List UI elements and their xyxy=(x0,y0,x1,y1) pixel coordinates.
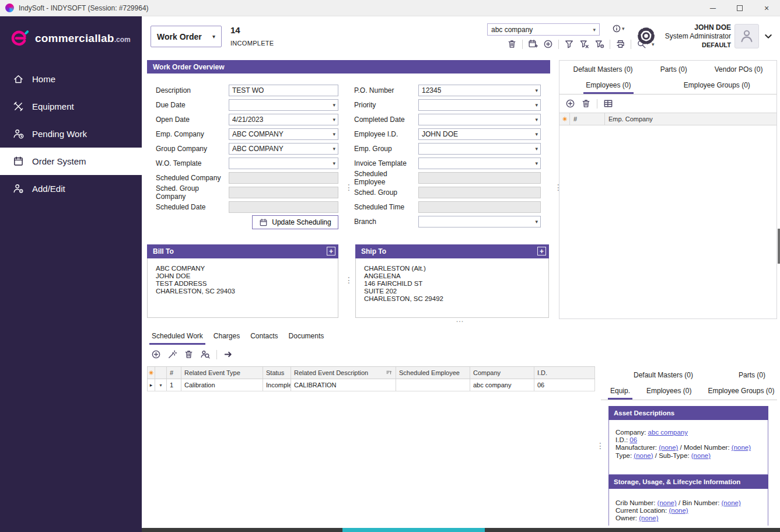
add-button[interactable] xyxy=(543,39,553,49)
table-row[interactable]: ▸ ▾ 1 Calibration Incomplete CALIBRATION… xyxy=(147,379,595,391)
p-o-number-field[interactable]: 12345▾ xyxy=(418,85,541,96)
completed-date-field[interactable]: ▾ xyxy=(418,114,541,125)
tab-scheduled-work[interactable]: Scheduled Work xyxy=(149,332,205,345)
tab-contacts[interactable]: Contacts xyxy=(248,332,280,345)
tab-parts-0[interactable]: Parts (0) xyxy=(736,371,768,384)
module-selector[interactable]: Work Order ▾ xyxy=(151,26,222,47)
none-link[interactable]: (none) xyxy=(722,499,741,506)
none-link[interactable]: (none) xyxy=(639,514,658,522)
group-company-field[interactable]: ABC COMPANY▾ xyxy=(229,143,338,155)
none-link[interactable]: (none) xyxy=(732,444,751,451)
user-menu-button[interactable] xyxy=(762,30,774,42)
none-link[interactable]: (none) xyxy=(691,452,711,459)
close-button[interactable]: × xyxy=(753,0,780,16)
tab-employees-0[interactable]: Employees (0) xyxy=(583,81,633,94)
chevron-down-icon[interactable]: ▾ xyxy=(593,27,596,33)
tab-equip[interactable]: Equip. xyxy=(608,387,632,400)
sidebar-item-add-edit[interactable]: Add/Edit xyxy=(0,175,142,202)
wand-button[interactable] xyxy=(167,349,177,359)
chevron-down-icon[interactable]: ▾ xyxy=(330,114,338,125)
column-header-num[interactable]: # xyxy=(167,367,181,379)
maximize-button[interactable] xyxy=(726,0,753,16)
delete-button[interactable] xyxy=(507,39,517,49)
column-header-status[interactable]: Status xyxy=(263,367,291,379)
tab-default-masters-0[interactable]: Default Masters (0) xyxy=(571,65,635,78)
horizontal-scrollbar[interactable] xyxy=(142,528,780,532)
chevron-down-icon[interactable]: ▾ xyxy=(533,216,540,227)
delete-button[interactable] xyxy=(581,99,591,108)
settings-button[interactable] xyxy=(635,25,657,47)
splitter-handle[interactable]: ⋮ xyxy=(345,184,353,191)
add-ship-to-button[interactable]: + xyxy=(537,247,546,256)
chevron-down-icon[interactable]: ▾ xyxy=(330,100,338,110)
calendar-add-button[interactable] xyxy=(528,39,538,49)
expand-row-button[interactable]: ▾ xyxy=(155,379,167,391)
none-link[interactable]: (none) xyxy=(634,452,653,459)
w-o-template-field[interactable]: ▾ xyxy=(229,158,338,169)
description-field[interactable]: TEST WO xyxy=(229,85,338,96)
open-date-field[interactable]: 4/21/2023▾ xyxy=(229,114,338,125)
tab-employee-groups-0[interactable]: Employee Groups (0) xyxy=(681,81,753,94)
priority-field[interactable]: ▾ xyxy=(418,99,541,111)
invoice-template-field[interactable]: ▾ xyxy=(418,158,541,169)
tab-documents[interactable]: Documents xyxy=(286,332,327,345)
filter-settings-button[interactable] xyxy=(594,39,604,49)
sidebar-item-equipment[interactable]: Equipment xyxy=(0,93,142,120)
tab-employees-0[interactable]: Employees (0) xyxy=(644,387,694,400)
minimize-button[interactable]: ─ xyxy=(699,0,726,16)
sidebar-item-pending-work[interactable]: Pending Work xyxy=(0,120,142,148)
filter-button[interactable] xyxy=(564,39,574,49)
none-link[interactable]: (none) xyxy=(669,507,688,514)
06-link[interactable]: 06 xyxy=(629,436,637,443)
person-search-button[interactable] xyxy=(200,349,210,359)
emp-company-field[interactable]: ABC COMPANY▾ xyxy=(229,128,338,140)
print-button[interactable] xyxy=(615,39,625,49)
splitter-handle[interactable]: ⋮ xyxy=(345,276,353,284)
column-header-related-event-type[interactable]: Related Event Type xyxy=(181,367,263,379)
info-button[interactable]: ▾ xyxy=(612,24,625,33)
add-bill-to-button[interactable]: + xyxy=(327,247,335,256)
chevron-down-icon[interactable]: ▾ xyxy=(533,144,540,154)
sidebar-item-home[interactable]: Home xyxy=(0,65,142,93)
employee-i-d-field[interactable]: JOHN DOE▾ xyxy=(418,128,541,140)
column-header-scheduled-employee[interactable]: Scheduled Employee xyxy=(396,367,470,379)
splitter-handle[interactable]: … xyxy=(456,316,464,323)
add-button[interactable] xyxy=(565,99,575,108)
due-date-field[interactable]: ▾ xyxy=(229,99,338,111)
grid-button[interactable] xyxy=(603,99,613,108)
window-edge-grip[interactable] xyxy=(778,229,780,264)
tab-parts-0[interactable]: Parts (0) xyxy=(658,65,690,78)
chevron-down-icon[interactable]: ▾ xyxy=(533,85,540,96)
chevron-down-icon[interactable]: ▾ xyxy=(533,129,540,139)
update-scheduling-button[interactable]: Update Scheduling xyxy=(252,215,338,229)
chevron-down-icon[interactable]: ▾ xyxy=(533,100,540,110)
avatar[interactable] xyxy=(734,24,759,48)
chevron-down-icon[interactable]: ▾ xyxy=(330,144,338,154)
tab-vendor-pos-0[interactable]: Vendor POs (0) xyxy=(712,65,765,78)
column-header-id[interactable]: I.D. xyxy=(534,367,595,379)
column-header-related-event-description[interactable]: Related Event Description xyxy=(291,367,396,379)
record-search-combo[interactable]: abc company ▾ xyxy=(487,23,600,36)
filter-edit-button[interactable] xyxy=(579,39,589,49)
emp-group-field[interactable]: ▾ xyxy=(418,143,541,155)
tab-default-masters-0[interactable]: Default Masters (0) xyxy=(631,371,695,384)
chevron-down-icon[interactable]: ▾ xyxy=(533,158,540,169)
delete-button[interactable] xyxy=(184,349,194,359)
chevron-down-icon[interactable]: ▾ xyxy=(533,114,540,125)
sidebar-item-order-system[interactable]: Order System xyxy=(0,148,142,175)
none-link[interactable]: (none) xyxy=(657,499,677,506)
none-link[interactable]: (none) xyxy=(659,444,678,451)
tab-charges[interactable]: Charges xyxy=(211,332,242,345)
add-button[interactable] xyxy=(151,349,161,359)
branch-field[interactable]: ▾ xyxy=(418,216,541,228)
splitter-handle[interactable]: ⋮ xyxy=(554,184,562,191)
scrollbar-thumb[interactable] xyxy=(342,528,485,532)
chevron-down-icon[interactable]: ▾ xyxy=(330,158,338,169)
splitter-handle[interactable]: ⋮ xyxy=(596,442,604,449)
chevron-down-icon[interactable]: ▾ xyxy=(330,129,338,139)
forward-button[interactable] xyxy=(223,349,233,359)
column-header-company[interactable]: Company xyxy=(470,367,534,379)
column-header-emp-company[interactable]: Emp. Company xyxy=(605,113,776,125)
column-header-num[interactable]: # xyxy=(570,113,605,125)
tab-employee-groups-0[interactable]: Employee Groups (0) xyxy=(705,387,776,400)
